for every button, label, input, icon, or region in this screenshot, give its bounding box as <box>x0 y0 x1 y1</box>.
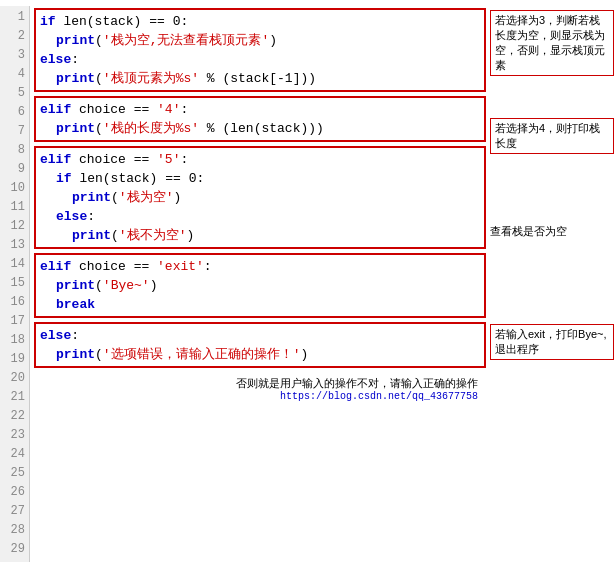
annotation-2: 若选择为4，则打印栈长度 <box>490 118 614 154</box>
code-line: else: <box>40 50 480 69</box>
code-section-3: elif choice == '5': if len(stack) == 0: … <box>34 146 486 249</box>
code-line: else: <box>40 326 480 345</box>
code-line: print('栈不为空') <box>40 226 480 245</box>
code-section-1: if len(stack) == 0: print('栈为空,无法查看栈顶元素'… <box>34 8 486 92</box>
code-section-5: else: print('选项错误，请输入正确的操作！') <box>34 322 486 368</box>
code-line: elif choice == '4': <box>40 100 480 119</box>
annotation-3: 查看栈是否为空 <box>490 224 614 239</box>
code-section-4: elif choice == 'exit': print('Bye~') bre… <box>34 253 486 318</box>
page-container: 1 2 3 4 5 6 7 8 9 10 11 12 13 14 15 16 1… <box>0 0 616 568</box>
code-line: print('栈为空') <box>40 188 480 207</box>
annotation-1: 若选择为3，判断若栈长度为空，则显示栈为空，否则，显示栈顶元素 <box>490 10 614 76</box>
code-line: elif choice == 'exit': <box>40 257 480 276</box>
code-line: else: <box>40 207 480 226</box>
code-line: print('栈的长度为%s' % (len(stack))) <box>40 119 480 138</box>
code-line: print('栈顶元素为%s' % (stack[-1])) <box>40 69 480 88</box>
code-line: if len(stack) == 0: <box>40 12 480 31</box>
bottom-note-area: 否则就是用户输入的操作不对，请输入正确的操作 https://blog.csdn… <box>34 376 486 402</box>
site-link: https://blog.csdn.net/qq_43677758 <box>34 391 478 402</box>
code-line: print('选项错误，请输入正确的操作！') <box>40 345 480 364</box>
line-numbers: 1 2 3 4 5 6 7 8 9 10 11 12 13 14 15 16 1… <box>0 6 30 562</box>
annotation-4-text: 若输入exit，打印Bye~,退出程序 <box>495 328 607 355</box>
main-area: if len(stack) == 0: print('栈为空,无法查看栈顶元素'… <box>30 6 616 562</box>
code-line: print('栈为空,无法查看栈顶元素') <box>40 31 480 50</box>
code-line: elif choice == '5': <box>40 150 480 169</box>
code-line: if len(stack) == 0: <box>40 169 480 188</box>
code-line: break <box>40 295 480 314</box>
code-section-2: elif choice == '4': print('栈的长度为%s' % (l… <box>34 96 486 142</box>
annotation-4: 若输入exit，打印Bye~,退出程序 <box>490 324 614 360</box>
annotation-2-text: 若选择为4，则打印栈长度 <box>495 122 600 149</box>
annotation-3-text: 查看栈是否为空 <box>490 225 567 237</box>
annotation-1-text: 若选择为3，判断若栈长度为空，则显示栈为空，否则，显示栈顶元素 <box>495 14 605 71</box>
annotations-column: 若选择为3，判断若栈长度为空，则显示栈为空，否则，显示栈顶元素 若选择为4，则打… <box>486 6 616 562</box>
bottom-annotation-text: 否则就是用户输入的操作不对，请输入正确的操作 <box>34 376 478 391</box>
code-area: if len(stack) == 0: print('栈为空,无法查看栈顶元素'… <box>30 6 486 562</box>
code-line: print('Bye~') <box>40 276 480 295</box>
